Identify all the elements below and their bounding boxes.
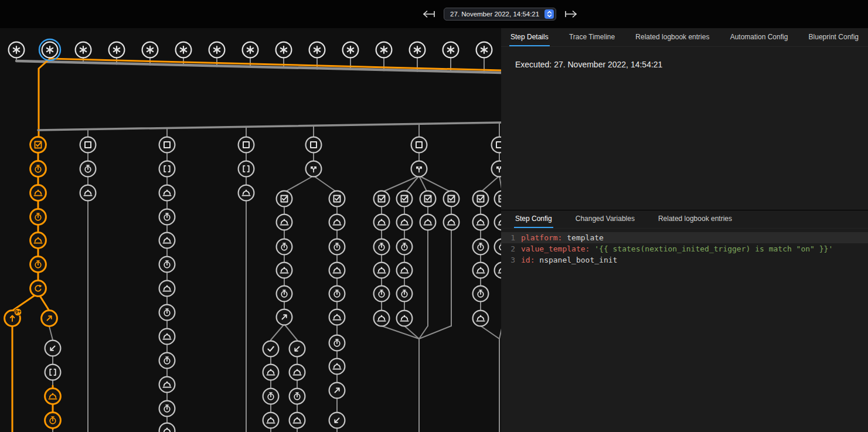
service-node[interactable]	[159, 233, 175, 249]
service-node[interactable]	[495, 215, 501, 230]
service-node[interactable]	[263, 365, 279, 380]
trigger-asterisk-node[interactable]	[410, 42, 426, 58]
delay-node[interactable]	[159, 209, 175, 225]
trigger-asterisk-node[interactable]	[176, 42, 192, 58]
trigger-asterisk-node[interactable]	[309, 42, 325, 58]
choose-node[interactable]	[306, 161, 322, 177]
delay-node[interactable]	[290, 389, 305, 404]
delay-node[interactable]	[159, 353, 175, 369]
code-line[interactable]: 2value_template: '{{ states(nextion_init…	[501, 243, 868, 254]
service-node[interactable]	[397, 311, 413, 326]
service-node[interactable]	[374, 311, 390, 326]
arrow-down-left-node[interactable]	[290, 341, 305, 357]
service-node[interactable]	[397, 215, 413, 230]
delay-node[interactable]	[263, 389, 279, 404]
service-node[interactable]	[239, 185, 254, 201]
square-node[interactable]	[159, 137, 175, 153]
service-node[interactable]	[290, 413, 305, 428]
previous-run-button[interactable]	[421, 8, 437, 21]
tab-related-logbook-entries[interactable]: Related logbook entries	[657, 215, 733, 228]
yaml-editor[interactable]: 1platform: template2value_template: '{{ …	[501, 232, 868, 266]
delay-node[interactable]	[473, 286, 489, 302]
service-node[interactable]	[374, 263, 390, 278]
repeat-node[interactable]	[30, 281, 46, 297]
service-node[interactable]	[473, 215, 489, 230]
condition-node[interactable]	[495, 191, 501, 207]
service-node[interactable]	[329, 215, 345, 230]
service-node[interactable]	[473, 263, 489, 278]
tab-trace-timeline[interactable]: Trace Timeline	[568, 33, 616, 46]
delay-node[interactable]	[495, 239, 501, 255]
square-node[interactable]	[411, 137, 427, 153]
delay-node[interactable]	[329, 335, 345, 351]
arrow-up-node[interactable]: 9+	[5, 308, 22, 326]
service-node[interactable]	[397, 263, 413, 278]
square-node[interactable]	[239, 137, 254, 153]
service-node[interactable]	[473, 311, 489, 326]
delay-node[interactable]	[473, 239, 489, 255]
delay-node[interactable]	[329, 239, 345, 255]
condition-node[interactable]	[277, 191, 292, 207]
code-line[interactable]: 1platform: template	[501, 232, 868, 243]
tab-automation-config[interactable]: Automation Config	[729, 33, 789, 46]
condition-node[interactable]	[473, 191, 489, 207]
next-run-button[interactable]	[563, 8, 579, 21]
choose-node[interactable]	[411, 161, 427, 177]
trigger-asterisk-node[interactable]	[243, 42, 258, 58]
trigger-asterisk-node[interactable]	[376, 42, 392, 58]
trigger-asterisk-node[interactable]	[209, 42, 225, 58]
trigger-asterisk-node[interactable]	[343, 42, 359, 58]
trigger-asterisk-node[interactable]	[443, 42, 459, 58]
choose-node[interactable]	[492, 161, 501, 177]
service-node[interactable]	[45, 389, 61, 404]
delay-node[interactable]	[30, 209, 46, 225]
brackets-node[interactable]	[45, 365, 61, 380]
condition-node[interactable]	[329, 191, 345, 207]
condition-node[interactable]	[444, 191, 459, 207]
delay-node[interactable]	[80, 161, 96, 177]
condition-node[interactable]	[374, 191, 390, 207]
service-node[interactable]	[444, 215, 459, 230]
service-node[interactable]	[277, 263, 292, 278]
brackets-node[interactable]	[239, 161, 254, 177]
service-node[interactable]	[80, 185, 96, 201]
square-node[interactable]	[492, 137, 501, 153]
service-node[interactable]	[290, 365, 305, 380]
brackets-node[interactable]	[159, 161, 175, 177]
trigger-asterisk-node[interactable]	[476, 42, 492, 58]
trigger-asterisk-node[interactable]	[9, 42, 25, 58]
condition-node[interactable]	[397, 191, 413, 207]
condition-node[interactable]	[30, 137, 46, 153]
delay-node[interactable]	[374, 286, 390, 302]
service-node[interactable]	[374, 215, 390, 230]
service-node[interactable]	[159, 377, 175, 393]
square-node[interactable]	[306, 137, 322, 153]
delay-node[interactable]	[159, 257, 175, 273]
delay-node[interactable]	[277, 239, 292, 255]
service-node[interactable]	[329, 309, 345, 325]
delay-node[interactable]	[397, 239, 413, 255]
service-node[interactable]	[263, 413, 279, 428]
service-node[interactable]	[329, 359, 345, 375]
delay-node[interactable]	[159, 305, 175, 321]
trigger-asterisk-node[interactable]	[76, 42, 91, 58]
check-node[interactable]	[263, 341, 279, 357]
trace-graph[interactable]: 9+	[0, 0, 501, 432]
trigger-asterisk-node[interactable]	[276, 42, 292, 58]
square-node[interactable]	[80, 137, 96, 153]
delay-node[interactable]	[329, 286, 345, 302]
arrow-up-right-node[interactable]	[277, 309, 292, 325]
delay-node[interactable]	[397, 286, 413, 302]
service-node[interactable]	[159, 329, 175, 345]
service-node[interactable]	[159, 423, 175, 432]
trigger-asterisk-node[interactable]	[142, 42, 158, 58]
service-node[interactable]	[159, 281, 175, 297]
service-node[interactable]	[159, 185, 175, 201]
delay-node[interactable]	[159, 401, 175, 417]
code-line[interactable]: 3id: nspanel_boot_init	[501, 254, 868, 266]
arrow-down-left-node[interactable]	[329, 413, 345, 428]
service-node[interactable]	[30, 233, 46, 249]
tab-blueprint-config[interactable]: Blueprint Config	[808, 33, 860, 46]
delay-node[interactable]	[30, 257, 46, 273]
arrow-up-right-node[interactable]	[42, 311, 57, 326]
